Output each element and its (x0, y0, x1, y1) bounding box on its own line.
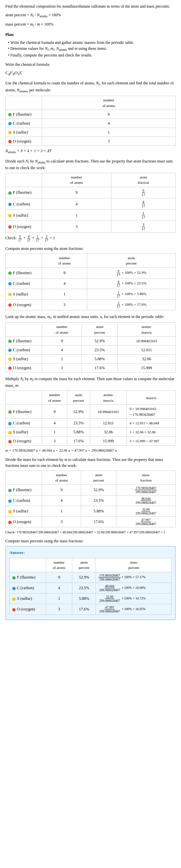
dot-c-4 (8, 349, 11, 352)
n-o-6: 3 (42, 517, 81, 527)
section7-table: numberof atoms atompercent masspercent F… (9, 558, 172, 615)
n-c-7: 4 (46, 583, 72, 593)
n-o-5: 3 (42, 437, 67, 446)
pct-s-3: 117 × 100% = 5.88% (87, 289, 175, 300)
plan-step-1: • Write the chemical formula and gather … (8, 39, 176, 45)
pct-f-6: 52.9% (81, 485, 116, 495)
table-row: C (carbon) 4 23.5% 48.044299.086628467 ×… (10, 583, 172, 593)
n-f-7: 9 (46, 572, 72, 583)
element-o-6: O (oxygen) (6, 517, 42, 527)
col-element-1 (6, 96, 42, 110)
pct-s-7: 5.88% (72, 593, 96, 604)
m-total: m = 170.985628467 u + 48.044 u + 32.06 u… (5, 447, 176, 453)
table-row: S (sulfur) 1 (6, 128, 176, 137)
dot-f-1 (8, 113, 11, 116)
col-element-2 (6, 173, 42, 187)
pct-o-3: 317 × 100% = 17.6% (87, 300, 175, 310)
section7-intro: Compute mass percents using the mass fra… (5, 538, 176, 544)
table-row: S (sulfur) 1 117 × 100% = 5.88% (6, 289, 176, 300)
col-pct-3: atompercent (87, 253, 175, 268)
table-row: F (fluorine) 9 917 (6, 187, 176, 198)
pct-o-6: 17.6% (81, 517, 116, 527)
massfrac-f-6: 170.985628467299.086628467 (116, 485, 176, 495)
n-o-1: 3 (42, 137, 176, 146)
n-s-2: 1 (42, 210, 111, 221)
natoms-eq: Natoms = 9 + 4 + 1 + 3 = 17 (5, 148, 176, 155)
atomic-f-5: 18.998403163 (90, 405, 126, 419)
table-row: O (oxygen) 3 17.6% 47.997299.086628467 ×… (10, 604, 172, 615)
frac-s-2: 117 (111, 210, 176, 221)
atomic-s-5: 32.06 (90, 428, 126, 437)
table-row: O (oxygen) 3 17.6% 47.997299.086628467 (6, 517, 176, 527)
intro-text: Find the elemental composition for nonaf… (5, 3, 176, 9)
dot-o-4 (8, 367, 11, 370)
section4-intro: Look up the atomic mass, mi, in unified … (5, 314, 176, 320)
pct-c-4: 23.5% (82, 346, 118, 354)
section7: Compute mass percents using the mass fra… (5, 538, 176, 620)
n-c-2: 4 (42, 198, 111, 210)
pct-s-6: 5.88% (81, 506, 116, 517)
dot-f-2 (8, 191, 11, 195)
col-pct-4: atompercent (82, 323, 118, 337)
pct-o-5: 17.6% (67, 437, 90, 446)
col-element-6 (6, 470, 42, 485)
section6-intro: Divide the mass for each element by m to… (5, 457, 176, 469)
mass-f-4: 18.998403163 (118, 337, 176, 346)
dot-s-7 (12, 597, 15, 601)
n-o-7: 3 (46, 604, 72, 615)
element-c-4: C (carbon) (6, 346, 42, 354)
dot-f-7 (12, 576, 15, 580)
table-row: F (fluorine) 9 52.9% 18.998403163 9 × 18… (6, 405, 176, 419)
col-mass-4: atomicmass/u (118, 323, 176, 337)
col-pct-5: atompercent (67, 391, 90, 405)
n-c-3: 4 (42, 278, 87, 289)
dot-f-4 (8, 340, 11, 343)
massfrac-c-6: 48.044299.086628467 (116, 495, 176, 506)
table-row: F (fluorine) 9 52.9% 170.985628467299.08… (6, 485, 176, 495)
n-c-4: 4 (42, 346, 82, 354)
masspct-o-7: 47.997299.086628467 × 100% = 16.05% (96, 604, 172, 615)
col-natoms-4: numberof atoms (42, 323, 82, 337)
section1-table: numberof atoms F (fluorine) 9 C (carbon)… (5, 96, 176, 146)
element-o-3: O (oxygen) (6, 300, 42, 310)
masspct-s-7: 32.06299.086628467 × 100% = 10.72% (96, 593, 172, 604)
dot-f-6 (8, 489, 11, 492)
n-c-1: 4 (42, 119, 176, 128)
plan-section: Plan: • Write the chemical formula and g… (5, 32, 176, 58)
atomic-o-5: 15.999 (90, 437, 126, 446)
col-natoms-2: numberof atoms (42, 173, 111, 187)
section6: Divide the mass for each element by m to… (5, 457, 176, 535)
n-s-4: 1 (42, 354, 82, 364)
pct-c-6: 23.5% (81, 495, 116, 506)
pct-c-7: 23.5% (72, 583, 96, 593)
col-frac-2: atomfraction (111, 173, 176, 187)
element-o-2: O (oxygen) (6, 221, 42, 232)
element-c-2: C (carbon) (6, 198, 42, 210)
element-f-7: F (fluorine) (10, 572, 46, 583)
plan-title: Plan: (5, 32, 176, 37)
n-c-5: 4 (42, 419, 67, 428)
col-massfrac-6: massfraction (116, 470, 176, 485)
n-o-2: 3 (42, 221, 111, 232)
element-c-6: C (carbon) (6, 495, 42, 506)
section6-table: numberof atoms atompercent massfraction … (5, 470, 176, 527)
section5-table: numberof atoms atompercent atomicmass/u … (5, 391, 176, 446)
dot-s-6 (8, 510, 11, 514)
section2: Divide each Ni by Natoms to calculate at… (5, 158, 176, 242)
pct-s-4: 5.88% (82, 354, 118, 364)
col-atomic-5: atomicmass/u (90, 391, 126, 405)
section3: Compute atom percents using the atom fra… (5, 246, 176, 310)
dot-s-4 (8, 358, 11, 361)
element-s-7: S (sulfur) (10, 593, 46, 604)
element-o-4: O (oxygen) (6, 364, 42, 373)
n-f-6: 9 (42, 485, 81, 495)
table-row: O (oxygen) 3 317 × 100% = 17.6% (6, 300, 176, 310)
element-o-1: O (oxygen) (6, 137, 42, 146)
intro-section: Find the elemental composition for nonaf… (5, 3, 176, 28)
frac-o-2: 317 (111, 221, 176, 232)
mass-percent-formula: mass percent = mi / m × 100% (5, 21, 176, 28)
element-c-1: C (carbon) (6, 119, 42, 128)
n-f-5: 9 (42, 405, 67, 419)
dot-o-2 (8, 225, 11, 229)
section1-intro: Use the chemical formula to count the nu… (5, 80, 176, 94)
